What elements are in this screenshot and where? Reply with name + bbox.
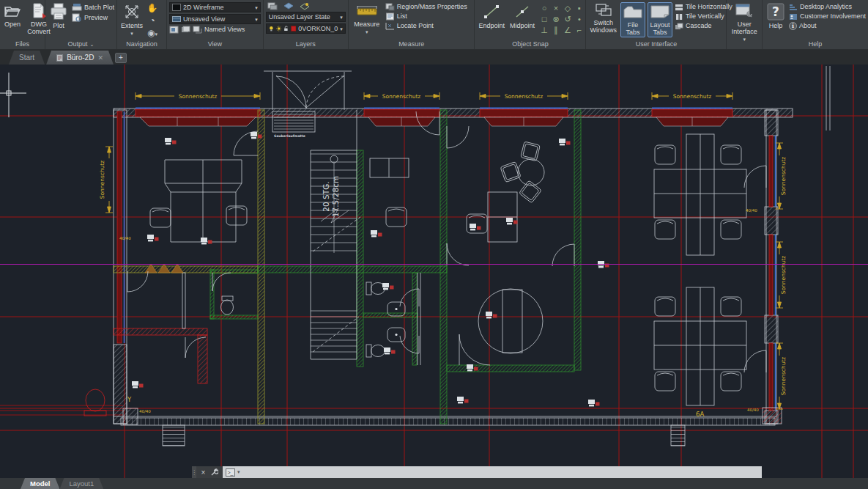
open-button[interactable]: Open [2, 2, 23, 29]
visual-style-icon [172, 4, 181, 11]
drawing-canvas[interactable]: Sonnenschutz Sonnenschutz Sonnenschutz S… [0, 65, 868, 478]
tab-buero-2d[interactable]: Büro-2D ✕ [46, 51, 114, 65]
sonnenschutz-label-top-1: Sonnenschutz [179, 93, 218, 100]
visual-style-combo[interactable]: 2D Wireframe ▾ [169, 2, 261, 12]
command-prompt-icon: >_ [226, 468, 235, 477]
midpoint-snap-button[interactable]: Midpoint [508, 2, 536, 30]
panel-navigation: Extents ▾ ✋ ◔ ◉▾ Navigation [117, 0, 167, 49]
command-wrench-icon[interactable] [210, 468, 218, 477]
tab-model[interactable]: Model [21, 478, 59, 489]
command-input[interactable]: >_ ▾ [223, 466, 762, 478]
tile-horizontal-icon [675, 4, 683, 11]
batch-plot-icon [72, 3, 82, 12]
output-expand-icon[interactable]: ⌄ [90, 42, 94, 47]
command-dropdown-icon[interactable]: ▾ [237, 469, 240, 475]
layer-state-combo[interactable]: Unsaved Layer State ▾ [266, 12, 346, 22]
osnap-center-icon[interactable]: ○ [538, 3, 550, 14]
visual-style-caret-icon: ▾ [255, 5, 258, 10]
steering-wheel-icon[interactable]: ◉▾ [146, 28, 158, 39]
osnap-parallel-icon[interactable]: ∥ [550, 25, 562, 36]
region-mass-properties-button[interactable]: Region/Mass Properties [385, 3, 467, 11]
layer-off-icon[interactable] [283, 2, 294, 10]
osnap-intersection-icon[interactable]: × [550, 3, 562, 14]
tab-start[interactable]: Start [9, 51, 45, 65]
view-name-combo[interactable]: Unsaved View ▾ [169, 14, 261, 24]
named-views-button[interactable]: Named Views [204, 26, 245, 34]
panel-help: ? Help Desktop Analytics Customer Involv… [763, 0, 868, 49]
sonnenschutz-label-top-4: Sonnenschutz [673, 93, 712, 100]
analytics-icon [789, 4, 798, 11]
status-bar: Model Layout1 [0, 478, 868, 489]
new-view-icon[interactable] [169, 26, 179, 34]
layer-state-caret-icon: ▾ [340, 15, 343, 20]
bottom-grating [121, 418, 775, 425]
osnap-apparent-intersection-icon[interactable]: ◇ [562, 3, 574, 14]
user-interface-button[interactable]: User Interface ▾ [729, 2, 760, 43]
about-button[interactable]: i About [789, 22, 866, 30]
preview-button[interactable]: Preview [72, 13, 114, 22]
sonnenschutz-label-right-2: Sonnenschutz [780, 256, 787, 295]
zoom-extents-button[interactable]: Extents ▾ [119, 2, 144, 37]
osnap-nearest-icon[interactable]: • [574, 14, 585, 25]
locate-point-button[interactable]: Locate Point [385, 22, 467, 30]
dwg-file-icon [31, 3, 47, 19]
file-tabs-toggle[interactable]: File Tabs [620, 2, 645, 37]
cascade-icon [675, 23, 683, 30]
stair-dim-label: 17.5/28cm [331, 176, 340, 217]
tab-layout1[interactable]: Layout1 [59, 478, 103, 489]
col-dim-label-3: 40/40 [747, 408, 759, 412]
help-button[interactable]: ? Help [765, 2, 787, 30]
osnap-tangent-icon[interactable]: ↺ [562, 14, 574, 25]
navigation-panel-label: Navigation [117, 39, 166, 49]
command-close-icon[interactable]: × [201, 468, 205, 477]
plot-button[interactable]: Plot [48, 2, 70, 30]
osnap-insertion-icon[interactable]: ▪ [574, 3, 585, 14]
named-views-icon[interactable] [193, 26, 202, 34]
layer-isolate-icon[interactable] [300, 2, 310, 10]
info-icon: i [789, 22, 797, 30]
layout-tabs-toggle[interactable]: Layout Tabs [648, 2, 672, 37]
endpoint-snap-button[interactable]: Endpoint [477, 2, 506, 30]
sonnenschutz-label-left: Sonnenschutz [99, 161, 105, 199]
sonnenschutz-label-top-2: Sonnenschutz [382, 93, 421, 100]
panel-layers: Unsaved Layer State ▾ 0VORKON_0 ▾ Layers [264, 0, 349, 49]
batch-plot-button[interactable]: Batch Plot [72, 3, 114, 12]
osnap-node-icon[interactable]: ⊗ [550, 14, 562, 25]
list-button[interactable]: List [385, 12, 467, 21]
panel-output: Plot Batch Plot Preview Output⌄ [45, 0, 117, 49]
current-layer-name: 0VORKON_0 [298, 25, 338, 32]
pan-icon[interactable]: ✋ [146, 3, 158, 14]
close-tab-icon[interactable]: ✕ [97, 54, 103, 62]
unlock-icon[interactable] [283, 25, 289, 32]
orbit-icon[interactable]: ◔ [146, 15, 158, 26]
new-tab-button[interactable]: + [115, 53, 127, 63]
osnap-snap-from-icon[interactable]: ⌐ [574, 25, 585, 36]
extents-dropdown-icon[interactable]: ▾ [130, 31, 133, 36]
layer-caret-icon: ▾ [340, 26, 343, 32]
panel-ui-dropdown: User Interface ▾ [727, 0, 763, 49]
desktop-analytics-button[interactable]: Desktop Analytics [789, 3, 866, 11]
measure-button[interactable]: Measure ▾ [351, 2, 383, 35]
customer-involvement-button[interactable]: Customer Involvement [789, 12, 866, 21]
osnap-geometric-center-icon[interactable]: □ [538, 14, 550, 25]
layer-color-swatch[interactable] [291, 25, 296, 32]
switch-windows-button[interactable]: Switch Windows [588, 2, 618, 34]
cascade-button[interactable]: Cascade [675, 22, 732, 30]
view-manager-icon[interactable] [181, 26, 190, 34]
layer-properties-icon[interactable] [267, 2, 278, 10]
customer-involvement-icon [789, 13, 798, 21]
user-interface-icon [735, 3, 754, 19]
zoom-extents-icon [123, 3, 141, 21]
measure-panel-label: Measure [349, 39, 475, 49]
bulb-icon[interactable] [269, 25, 274, 32]
measure-dropdown-icon[interactable]: ▾ [366, 29, 368, 34]
tile-vertically-button[interactable]: Tile Vertically [675, 12, 732, 21]
mat-label: Sauberlaufmatte [274, 134, 305, 138]
tile-horizontally-button[interactable]: Tile Horizontally [675, 3, 732, 11]
layer-combo[interactable]: 0VORKON_0 ▾ [266, 23, 346, 34]
osnap-perpendicular-icon[interactable]: ⊥ [538, 25, 550, 36]
sun-icon[interactable] [276, 25, 281, 32]
preview-icon [72, 13, 82, 22]
osnap-extension-icon[interactable]: ∠ [562, 25, 574, 36]
entrance-doors [264, 71, 352, 132]
